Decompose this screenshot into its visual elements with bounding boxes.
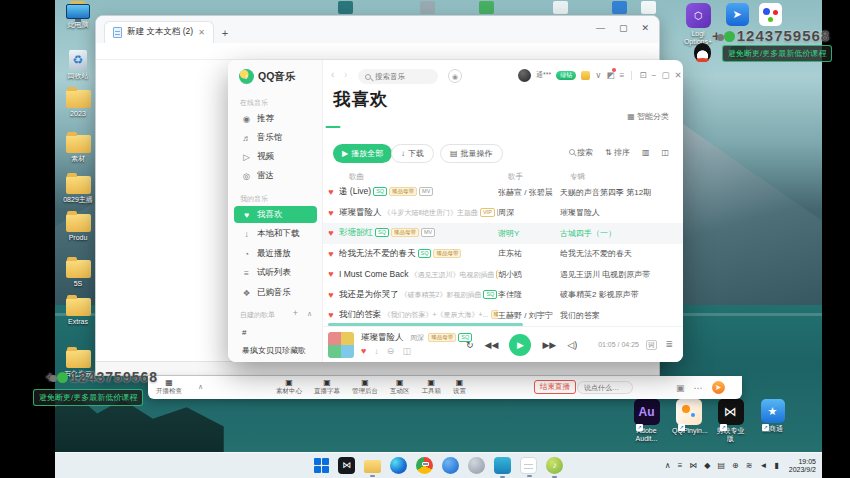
toolbar-item[interactable]: ▦ 开播检查: [156, 378, 182, 395]
favorite-heart-icon[interactable]: ♥: [323, 310, 339, 320]
menu-icon[interactable]: ≡: [678, 461, 683, 470]
mic-icon[interactable]: ◆: [704, 461, 710, 470]
song-album[interactable]: 给我无法不爱的春天: [560, 248, 683, 259]
desktop-icon[interactable]: 素材: [58, 135, 98, 163]
desktop-icon[interactable]: 5S: [58, 260, 98, 288]
list-view-icon[interactable]: ▥: [642, 148, 650, 157]
song-album[interactable]: 破事精英2 影视原声带: [560, 289, 683, 300]
play-pause-button[interactable]: ▶: [509, 334, 531, 356]
search-box[interactable]: [358, 69, 438, 84]
ime-icon[interactable]: ⊕: [732, 461, 739, 470]
notepad-tab[interactable]: 新建 文本文档 (2) ✕: [104, 21, 214, 43]
chevron-down-icon[interactable]: ∨: [595, 70, 601, 80]
song-album[interactable]: 我们的答案: [560, 310, 683, 321]
desktop-icon[interactable]: QQPinyin...: [672, 399, 705, 443]
end-live-button[interactable]: 结束直播: [534, 380, 576, 394]
song-artist[interactable]: 李佳隆: [498, 289, 560, 300]
capcut-tray-icon[interactable]: ⋈: [689, 461, 697, 470]
download-icon[interactable]: ↓: [374, 346, 379, 356]
sidebar-item[interactable]: ↓ 本地和下载: [234, 226, 317, 243]
song-album[interactable]: 璀璨冒险人: [560, 207, 683, 218]
maximize-button[interactable]: ▢: [619, 23, 628, 33]
sidebar-item[interactable]: ❖ 已购音乐: [234, 284, 317, 301]
minimize-button[interactable]: —: [596, 23, 605, 33]
back-icon[interactable]: ‹: [331, 69, 334, 80]
listen-recognize-icon[interactable]: ◉: [448, 69, 462, 83]
play-all-button[interactable]: ▶ 播放全部: [333, 144, 392, 163]
taskbar-qqmusic-icon[interactable]: ♪: [546, 457, 563, 474]
taskbar-notepad-icon[interactable]: [520, 457, 537, 474]
add-playlist-icon[interactable]: +: [293, 308, 298, 318]
column-album[interactable]: 专辑: [570, 172, 585, 182]
collapse-playlists-icon[interactable]: ∧: [307, 310, 312, 318]
desktop-icon[interactable]: ★ 星商通: [756, 399, 789, 443]
song-row[interactable]: ♥ 璀璨冒险人《斗罗大陆Ⅱ绝世唐门》主题曲VIPMV 周深 璀璨冒险人: [323, 203, 683, 224]
desktop-icon-baidu[interactable]: [750, 3, 790, 26]
favorite-heart-icon[interactable]: ♥: [323, 290, 339, 300]
main-menu-icon[interactable]: ≡: [619, 70, 624, 80]
song-album[interactable]: 遇见王沥川 电视剧原声带: [560, 269, 683, 280]
desktop-icon[interactable]: [612, 1, 627, 14]
user-avatar[interactable]: [518, 69, 531, 82]
song-row[interactable]: ♥ 我还是为你哭了《破事精英2》影视剧插曲SQ臻品母带 李佳隆 破事精英2 影视…: [323, 285, 683, 306]
toolbar-item[interactable]: ▣ 管理后台: [352, 378, 378, 395]
taskbar-capcut-icon[interactable]: ⋈: [338, 457, 355, 474]
sidebar-item[interactable]: ◉ 推荐: [234, 110, 317, 127]
batch-button[interactable]: ▤ 批量操作: [440, 144, 503, 163]
keyboard-icon[interactable]: ▤: [717, 461, 725, 470]
sort-button[interactable]: ⇅ 排序: [605, 147, 630, 158]
taskbar-chrome-icon[interactable]: [416, 457, 433, 474]
desktop-icon[interactable]: [553, 1, 568, 14]
new-tab-button[interactable]: +: [222, 27, 228, 43]
battery-icon[interactable]: ▮: [774, 461, 778, 470]
toolbar-item[interactable]: ▣ 互动区: [390, 378, 410, 395]
sidebar-playlist-item[interactable]: 广告音乐: [234, 360, 317, 362]
desktop-icon[interactable]: 此电脑: [58, 4, 98, 29]
desktop-icon[interactable]: 0829主播: [58, 176, 98, 204]
song-row[interactable]: ♥ 递 (Live)SQ臻品母带MV 张赫宣 / 张碧晨 天赐的声音第四季 第1…: [323, 182, 683, 203]
favorite-heart-icon[interactable]: ♥: [323, 228, 339, 238]
desktop-icon[interactable]: ⋈ 剪映专业版: [714, 399, 747, 443]
notepad-titlebar[interactable]: 新建 文本文档 (2) ✕ + — ▢ ✕: [96, 16, 659, 43]
toolbar-item[interactable]: ▣ 素材中心: [276, 378, 302, 395]
volume-icon[interactable]: ◁): [567, 340, 577, 350]
toolbar-item[interactable]: ▣ 直播字幕: [314, 378, 340, 395]
toolbar-item[interactable]: ▣ 工具箱: [422, 378, 442, 395]
desktop-icon-qq[interactable]: [682, 43, 722, 62]
song-row[interactable]: ♥ I Must Come Back《遇见王沥川》电视剧插曲VIPMV 胡小鸥 …: [323, 264, 683, 285]
taskbar-explorer-icon[interactable]: [364, 460, 381, 473]
close-button[interactable]: ✕: [675, 70, 682, 80]
favorite-heart-icon[interactable]: ♥: [323, 249, 339, 259]
next-track-icon[interactable]: ▶▶: [542, 340, 556, 350]
desktop-icon[interactable]: 2023: [58, 90, 98, 118]
taskbar-edge-icon[interactable]: [390, 457, 407, 474]
desktop-icon[interactable]: [641, 1, 656, 14]
now-playing-artist[interactable]: 周深: [410, 334, 424, 341]
taskbar-app-icon[interactable]: [468, 457, 485, 474]
volume-icon[interactable]: ◄: [759, 461, 767, 470]
taskbar-app-icon[interactable]: [442, 457, 459, 474]
desktop-icon[interactable]: [420, 1, 435, 14]
desktop-icon[interactable]: [479, 1, 494, 14]
sidebar-item[interactable]: ▷ 视频: [234, 148, 317, 165]
forward-icon[interactable]: ›: [344, 69, 347, 80]
grid-icon[interactable]: ▣: [676, 383, 685, 393]
song-artist[interactable]: 庄东祐: [498, 248, 560, 259]
taskbar-clock[interactable]: 19:05 2023/9/2: [789, 458, 816, 474]
grid-view-icon[interactable]: ◫: [661, 148, 669, 157]
desktop-icon[interactable]: [338, 1, 353, 14]
start-button[interactable]: [314, 458, 330, 474]
favorite-heart-icon[interactable]: ♥: [323, 208, 339, 218]
message-icon[interactable]: ◩: [606, 70, 614, 80]
download-button[interactable]: ↓ 下载: [391, 144, 434, 163]
more-icon[interactable]: ⋯: [694, 383, 703, 393]
desktop-icon[interactable]: Produ: [58, 214, 98, 242]
album-art[interactable]: [328, 332, 354, 358]
close-button[interactable]: ✕: [641, 23, 649, 33]
sidebar-playlist-item[interactable]: 暴疯女贝贝珍藏歌: [234, 342, 317, 359]
favorite-heart-icon[interactable]: ♥: [323, 269, 339, 279]
share-icon[interactable]: ◫: [402, 346, 411, 356]
sidebar-item[interactable]: ≡ 试听列表: [234, 265, 317, 282]
column-song[interactable]: 歌曲: [349, 172, 364, 182]
smart-sort-button[interactable]: ▦ 智能分类: [627, 111, 669, 122]
